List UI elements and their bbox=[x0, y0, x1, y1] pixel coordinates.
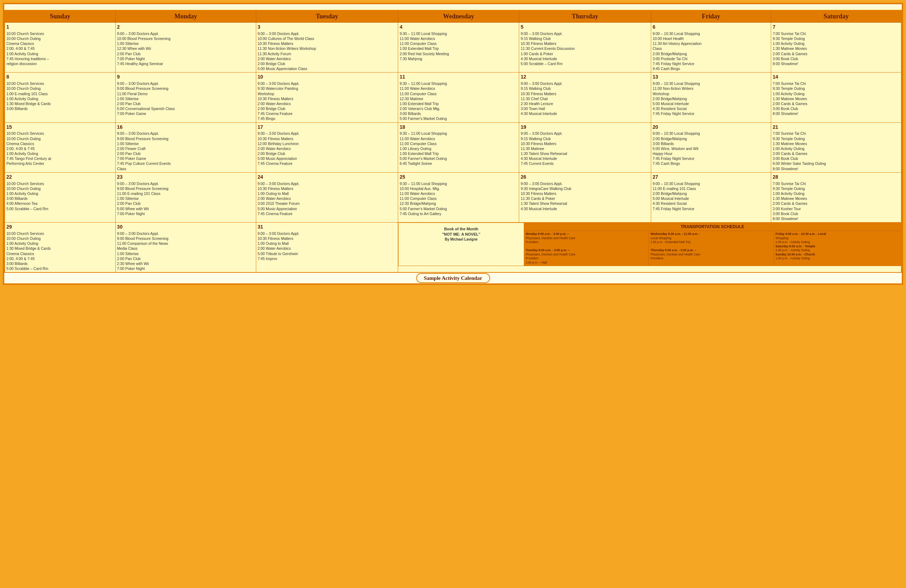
event-line: 7:00 Sunrise Tai Chi bbox=[773, 131, 900, 136]
event-line: 9:30 – 11:00 Local Shopping bbox=[400, 131, 517, 136]
event-line: 11:00 Non-fiction Writers bbox=[652, 86, 769, 91]
event-line: 2:00 Bridge/Mahjong bbox=[652, 136, 769, 141]
event-line: 10:30 Fitness Matters bbox=[521, 41, 649, 46]
event-line: 11:00 Comparison of the News bbox=[117, 241, 254, 246]
event-line: 10:00 Church Outing bbox=[6, 136, 114, 141]
day-number: 22 bbox=[6, 174, 114, 180]
week-row-1: 110:00 Church Services10:00 Church Outin… bbox=[5, 22, 901, 73]
event-line: 9:00 Blood Pressure Screening bbox=[117, 186, 254, 191]
event-line: 10:30 Fitness Matters bbox=[258, 236, 397, 241]
event-line: 9:00 – 3:00 Doctors Appt. bbox=[521, 31, 649, 36]
day-number: 25 bbox=[400, 174, 517, 180]
cell-w2-fri: 139:00 – 10:30 Local Shopping11:00 Non-f… bbox=[651, 73, 771, 123]
event-line: 9:00 – 3:00 Doctors Appt. bbox=[117, 31, 254, 36]
cell-w3-tue: 179:00 – 3:00 Doctors Appt.10:30 Fitness… bbox=[256, 123, 398, 172]
event-line: 2:00, 4:00 & 7:45 bbox=[6, 146, 114, 151]
event-line: 7:45 Bingo bbox=[258, 116, 397, 121]
event-line: 2:00, 4:00 & 7:45 bbox=[6, 46, 114, 51]
event-line: 4:00 Afternoon Tea bbox=[6, 201, 114, 206]
day-number: 23 bbox=[117, 174, 254, 180]
event-line: 9:00 – 3:00 Doctors Appt. bbox=[258, 81, 397, 86]
event-line: 2:30 Whee with Wii bbox=[117, 261, 254, 266]
event-line: Workshop bbox=[258, 91, 397, 96]
event-line: Cinema Classics bbox=[6, 41, 114, 46]
event-line: 3:00 Book Club bbox=[773, 56, 900, 61]
event-line: 9:30 Temple Outing bbox=[773, 136, 900, 141]
event-line: 1:00 Cards & Poker bbox=[521, 51, 649, 56]
event-line: 10:30 Fitness Matters bbox=[258, 96, 397, 101]
event-line: 3:00 Book Club bbox=[773, 156, 900, 161]
event-line: 10:00 Hospital Aux. Mtg. bbox=[400, 186, 517, 191]
event-line: 2:00 Bridge Club bbox=[258, 106, 397, 111]
event-line: 11:30 Art History Appreciation bbox=[652, 41, 769, 46]
event-line: 2:00 Bridge/Mahjong bbox=[652, 51, 769, 56]
event-line: 2:00 Water Aerobics bbox=[258, 56, 397, 61]
event-line: 12:30 Whee with Wii bbox=[117, 46, 254, 51]
event-line: 11:00 E-mailing 101 Class bbox=[117, 191, 254, 196]
event-line: 11:00 Water Aerobics bbox=[400, 136, 517, 141]
cell-w1-sat: 77:00 Sunrise Tai Chi9:30 Temple Outing1… bbox=[771, 22, 901, 73]
event-line: 5:00 Music Appreciation Class bbox=[258, 66, 397, 71]
event-line: 1:00 Extended Mall Trip bbox=[400, 101, 517, 106]
event-line: 11:00 Water Aerobics bbox=[400, 191, 517, 196]
transport-mon-tue: Monday 9:00 a.m. - 3:00 p.m. –Physicians… bbox=[524, 231, 649, 266]
event-line: 1:00 Activity Outing bbox=[6, 51, 114, 56]
cell-w2-wed: 119:30 – 11:00 Local Shopping11:00 Water… bbox=[398, 73, 519, 123]
event-line: 2:00 Veteran's Club Mtg. bbox=[400, 106, 517, 111]
cell-w4-mon: 239:00 – 3:00 Doctors Appt.9:00 Blood Pr… bbox=[115, 172, 256, 222]
event-line: 7:45 Friday Night Service bbox=[652, 111, 769, 116]
cell-w3-mon: 169:00 – 3:00 Doctors Appt.9:00 Blood Pr… bbox=[115, 123, 256, 172]
event-line: 5:00 Music Appreciation bbox=[258, 156, 397, 161]
event-line: 7:45 Healthy Aging Seminar bbox=[117, 61, 254, 66]
bottom-label-area: Sample Activity Calendar bbox=[4, 273, 902, 284]
cell-w5-special: Book of the Month"NOT ME: A NOVEL"By Mic… bbox=[398, 223, 901, 273]
event-line: Media Class bbox=[117, 246, 254, 251]
event-line: 9:30 Temple Outing bbox=[773, 36, 900, 41]
event-line: 1:00 Sitterise bbox=[117, 196, 254, 201]
event-line: 1:30 Matinee Movies bbox=[773, 96, 900, 101]
event-line: 3:00 Poolside Tai Chi bbox=[652, 56, 769, 61]
event-line: Performing Arts Center bbox=[6, 161, 114, 166]
event-line: 2:00 Bridge/Mahjong bbox=[652, 96, 769, 101]
header-friday: Friday bbox=[651, 10, 771, 22]
event-line: 9:00 – 3:00 Doctors Appt. bbox=[117, 181, 254, 186]
event-line: 11:00 Water Aerobics bbox=[400, 36, 517, 41]
day-number: 6 bbox=[652, 24, 769, 30]
event-line: 7:45 Cinema Feature bbox=[258, 211, 397, 216]
event-line: 2:00 Water Aerobics bbox=[258, 146, 397, 151]
event-line: 11:00 Water Aerobics bbox=[400, 86, 517, 91]
event-line: 7:45 Current Events bbox=[521, 161, 649, 166]
event-line: 4:30 Musical Interlude bbox=[521, 206, 649, 211]
event-line: 10:00 Church Services bbox=[6, 231, 114, 236]
event-line: 2:00 Pan Club bbox=[117, 101, 254, 106]
event-line: 5:00 Farmer's Market Outing bbox=[400, 116, 517, 121]
event-line: 2:00 Water Aerobics bbox=[258, 196, 397, 201]
event-line: 9:00 – 3:00 Doctors Appt. bbox=[258, 231, 397, 236]
event-line: 9:30 Temple Outing bbox=[773, 86, 900, 91]
event-line: 9:00 – 3:00 Doctors Appt. bbox=[258, 31, 397, 36]
week-row-3: 1510:00 Church Services10:00 Church Outi… bbox=[5, 123, 901, 172]
event-line: 9:00 Blood Pressure Screening bbox=[117, 136, 254, 141]
event-line: 7:45 Outing to Art Gallery bbox=[400, 211, 517, 216]
cell-w3-wed: 189:30 – 11:00 Local Shopping11:00 Water… bbox=[398, 123, 519, 172]
cell-w3-fri: 209:00 – 10:30 Local Shopping2:00 Bridge… bbox=[651, 123, 771, 172]
event-line: 9:00 – 3:00 Doctors Appt. bbox=[258, 181, 397, 186]
event-line: 7:00 Sunrise Tai Chi bbox=[773, 181, 900, 186]
event-line: 10:00 Heart Health bbox=[652, 36, 769, 41]
event-line: 2:00 Water Aerobics bbox=[258, 246, 397, 251]
day-number: 21 bbox=[773, 124, 900, 131]
header-wednesday: Wednesday bbox=[398, 10, 519, 22]
event-line: 1:30 Mixed Bridge & Cards bbox=[6, 246, 114, 251]
cell-w2-thu: 129:00 – 3:00 Doctors Appt.9:15 Walking … bbox=[519, 73, 651, 123]
cell-w4-tue: 249:00 – 3:00 Doctors Appt.10:30 Fitness… bbox=[256, 172, 398, 222]
cell-w4-sun: 2210:00 Church Services10:00 Church Outi… bbox=[5, 172, 115, 222]
event-line: 1:00 Activity Outing bbox=[6, 151, 114, 156]
day-number: 12 bbox=[521, 73, 649, 80]
event-line: 1:30 Mixed Bridge & Cards bbox=[6, 101, 114, 106]
cell-w4-fri: 279:00 – 10:30 Local Shopping11:00 E-mai… bbox=[651, 172, 771, 222]
event-line: 2:00 Cards & Games bbox=[773, 101, 900, 106]
event-line: 2:30 Health Lecture bbox=[521, 101, 649, 106]
event-line: 9:00 – 10:30 Local Shopping bbox=[652, 131, 769, 136]
event-line: 10:00 Church Outing bbox=[6, 36, 114, 41]
event-line: 5:00 Whee with Wii bbox=[117, 206, 254, 211]
